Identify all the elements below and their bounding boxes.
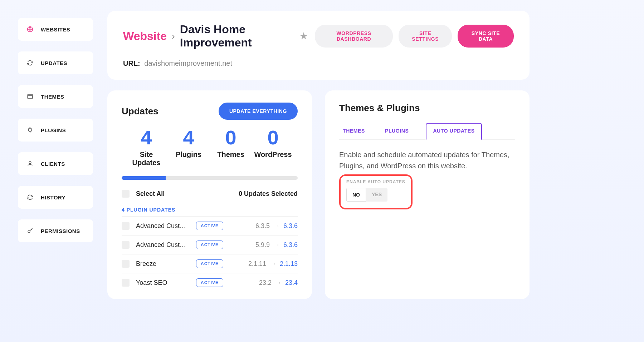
sidebar: WEBSITES UPDATES THEMES PLUGINS CLIENTS	[0, 11, 93, 299]
version-new: 23.4	[285, 279, 298, 287]
sidebar-label: CLIENTS	[41, 161, 65, 167]
main: Website › Davis Home Improvement ★ WORDP…	[107, 11, 530, 299]
sidebar-item-websites[interactable]: WEBSITES	[18, 18, 93, 41]
sidebar-label: HISTORY	[41, 194, 65, 200]
plugin-row: Yoast SEOACTIVE23.2→23.4	[122, 273, 298, 292]
status-badge: ACTIVE	[196, 222, 223, 230]
url-value[interactable]: davishomeimprovement.net	[144, 59, 232, 67]
enable-auto-updates-label: ENABLE AUTO UPDATES	[346, 179, 405, 184]
key-icon	[26, 227, 34, 234]
arrow-right-icon: →	[275, 279, 282, 287]
breadcrumb-root[interactable]: Website	[123, 30, 167, 43]
refresh-icon	[26, 194, 34, 201]
progress-fill	[122, 176, 166, 180]
plugin-row: Advanced Custo…ACTIVE6.3.5→6.3.6	[122, 216, 298, 235]
plugin-checkbox[interactable]	[122, 222, 130, 230]
url-label: URL:	[123, 59, 140, 67]
breadcrumb: Website › Davis Home Improvement ★	[123, 23, 308, 49]
arrow-right-icon: →	[273, 241, 280, 249]
progress-bar	[122, 176, 298, 180]
tp-title: Themes & Plugins	[339, 103, 515, 114]
plugin-name: Advanced Custo…	[136, 222, 190, 230]
wordpress-dashboard-button[interactable]: WORDPRESS DASHBOARD	[315, 25, 393, 48]
plugin-updates-header: 4 PLUGIN UPDATES	[122, 204, 298, 216]
version-new: 2.1.13	[280, 260, 298, 268]
version-old: 2.1.11	[248, 260, 266, 268]
sidebar-item-permissions[interactable]: PERMISSIONS	[18, 219, 93, 242]
version-range: 2.1.11→2.1.13	[248, 260, 298, 268]
status-badge: ACTIVE	[196, 259, 223, 268]
version-old: 6.3.5	[255, 222, 270, 230]
header-buttons: WORDPRESS DASHBOARD SITE SETTINGS SYNC S…	[315, 25, 514, 48]
plugin-row: Advanced Custo…ACTIVE5.9.9→6.3.6	[122, 235, 298, 254]
toggle-no[interactable]: NO	[346, 188, 366, 202]
stat-themes: 0 Themes	[210, 128, 252, 167]
user-icon	[26, 160, 34, 167]
status-badge: ACTIVE	[196, 241, 223, 249]
sidebar-item-clients[interactable]: CLIENTS	[18, 152, 93, 175]
updates-title: Updates	[122, 106, 158, 117]
sidebar-item-themes[interactable]: THEMES	[18, 85, 93, 108]
status-badge: ACTIVE	[196, 278, 223, 287]
plug-icon	[26, 127, 34, 134]
sidebar-label: UPDATES	[41, 60, 67, 66]
plugin-list: Advanced Custo…ACTIVE6.3.5→6.3.6Advanced…	[122, 216, 298, 292]
svg-rect-1	[28, 94, 33, 99]
sidebar-item-history[interactable]: HISTORY	[18, 186, 93, 209]
refresh-icon	[26, 59, 34, 66]
breadcrumb-current: Davis Home Improvement	[180, 23, 295, 49]
header-card: Website › Davis Home Improvement ★ WORDP…	[107, 11, 530, 80]
site-settings-button[interactable]: SITE SETTINGS	[399, 25, 452, 48]
version-old: 5.9.9	[255, 241, 270, 249]
version-range: 6.3.5→6.3.6	[255, 222, 298, 230]
version-new: 6.3.6	[283, 241, 298, 249]
chevron-right-icon: ›	[172, 31, 175, 42]
sidebar-label: PLUGINS	[41, 127, 66, 133]
svg-point-3	[28, 231, 30, 233]
sidebar-label: WEBSITES	[41, 26, 70, 33]
tab-themes[interactable]: THEMES	[340, 122, 368, 139]
version-range: 5.9.9→6.3.6	[255, 241, 298, 249]
stats-row: 4 Site Updates 4 Plugins 0 Themes 0 Word…	[122, 128, 298, 167]
themes-plugins-card: Themes & Plugins THEMES PLUGINS AUTO UPD…	[325, 90, 530, 299]
sidebar-label: THEMES	[41, 94, 64, 100]
plugin-name: Breeze	[136, 260, 190, 268]
select-all-label[interactable]: Select All	[136, 190, 165, 198]
sync-site-data-button[interactable]: SYNC SITE DATA	[458, 25, 514, 48]
sidebar-item-plugins[interactable]: PLUGINS	[18, 119, 93, 142]
arrow-right-icon: →	[270, 260, 276, 268]
plugin-checkbox[interactable]	[122, 279, 130, 287]
toggle-yes[interactable]: YES	[366, 188, 387, 202]
updates-card: Updates UPDATE EVERYTHING 4 Site Updates…	[107, 90, 312, 299]
plugin-checkbox[interactable]	[122, 241, 130, 249]
tab-auto-updates[interactable]: AUTO UPDATES	[426, 123, 482, 140]
url-row: URL: davishomeimprovement.net	[123, 59, 514, 68]
plugin-checkbox[interactable]	[122, 260, 130, 268]
stat-site-updates: 4 Site Updates	[125, 128, 167, 167]
sidebar-item-updates[interactable]: UPDATES	[18, 51, 93, 74]
version-range: 23.2→23.4	[259, 279, 298, 287]
arrow-right-icon: →	[273, 222, 280, 230]
selected-count: 0 Updates Selected	[239, 190, 298, 198]
tab-plugins[interactable]: PLUGINS	[382, 122, 411, 139]
globe-icon	[26, 26, 34, 33]
auto-updates-description: Enable and schedule automated updates fo…	[339, 149, 515, 172]
version-old: 23.2	[259, 279, 272, 287]
select-all-checkbox[interactable]	[122, 190, 130, 198]
tp-tabs: THEMES PLUGINS AUTO UPDATES	[339, 122, 515, 140]
stat-wordpress: 0 WordPress	[252, 128, 294, 167]
version-new: 6.3.6	[283, 222, 298, 230]
enable-auto-updates-highlight: ENABLE AUTO UPDATES NO YES	[339, 174, 413, 209]
auto-updates-toggle: NO YES	[346, 188, 387, 202]
svg-point-2	[29, 162, 31, 164]
update-everything-button[interactable]: UPDATE EVERYTHING	[219, 103, 298, 120]
layout-icon	[26, 93, 34, 100]
star-icon[interactable]: ★	[300, 31, 308, 41]
stat-plugins: 4 Plugins	[167, 128, 210, 167]
plugin-name: Yoast SEO	[136, 279, 190, 287]
sidebar-label: PERMISSIONS	[41, 228, 80, 234]
plugin-row: BreezeACTIVE2.1.11→2.1.13	[122, 254, 298, 273]
plugin-name: Advanced Custo…	[136, 241, 190, 249]
